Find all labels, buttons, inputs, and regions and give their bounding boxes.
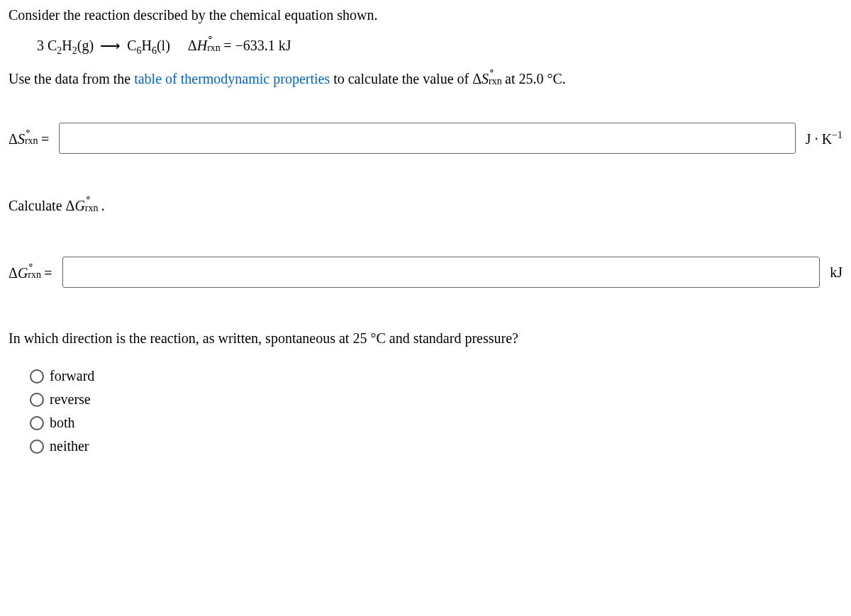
- delta-s-label: ΔS∘rxn =: [9, 130, 49, 147]
- option-both-row: both: [30, 415, 842, 431]
- option-reverse-row: reverse: [30, 391, 842, 408]
- delta-g-label: ΔG∘rxn =: [9, 264, 52, 281]
- option-reverse-radio[interactable]: [30, 393, 44, 407]
- reactant-formula: C2H2(g): [48, 38, 94, 53]
- option-neither-radio[interactable]: [30, 439, 44, 454]
- product-formula: C6H6(l): [127, 38, 170, 53]
- calculate-delta-g-prompt: Calculate ΔG∘rxn .: [9, 196, 842, 214]
- option-both-label[interactable]: both: [50, 415, 75, 431]
- option-forward-row: forward: [30, 368, 842, 384]
- direction-question-text: In which direction is the reaction, as w…: [9, 330, 842, 347]
- option-neither-label[interactable]: neither: [50, 438, 89, 454]
- option-reverse-label[interactable]: reverse: [50, 391, 91, 408]
- thermo-table-link[interactable]: table of thermodynamic properties: [134, 71, 330, 86]
- delta-g-input-row: ΔG∘rxn = kJ: [9, 257, 842, 288]
- equals-sign: =: [220, 38, 235, 53]
- option-both-radio[interactable]: [30, 416, 44, 430]
- chemical-equation: 3 C2H2(g) ⟶ C6H6(l) ΔH∘rxn = −633.1 kJ: [37, 36, 842, 57]
- reaction-arrow: ⟶: [97, 37, 123, 54]
- delta-h-value: −633.1 kJ: [235, 38, 291, 53]
- option-neither-row: neither: [30, 438, 842, 454]
- delta-g-unit: kJ: [830, 264, 842, 281]
- option-forward-radio[interactable]: [30, 369, 44, 383]
- reactant-coefficient: 3: [37, 38, 44, 53]
- instruction-text: Use the data from the table of thermodyn…: [9, 69, 842, 87]
- delta-h-symbol: ΔH∘rxn: [188, 38, 220, 53]
- direction-options: forward reverse both neither: [30, 368, 842, 454]
- delta-s-input-row: ΔS∘rxn = J · K−1: [9, 123, 842, 154]
- option-forward-label[interactable]: forward: [50, 368, 94, 384]
- delta-s-input[interactable]: [59, 123, 796, 154]
- delta-g-input[interactable]: [62, 257, 821, 288]
- intro-text: Consider the reaction described by the c…: [9, 7, 842, 23]
- delta-s-unit: J · K−1: [806, 130, 842, 147]
